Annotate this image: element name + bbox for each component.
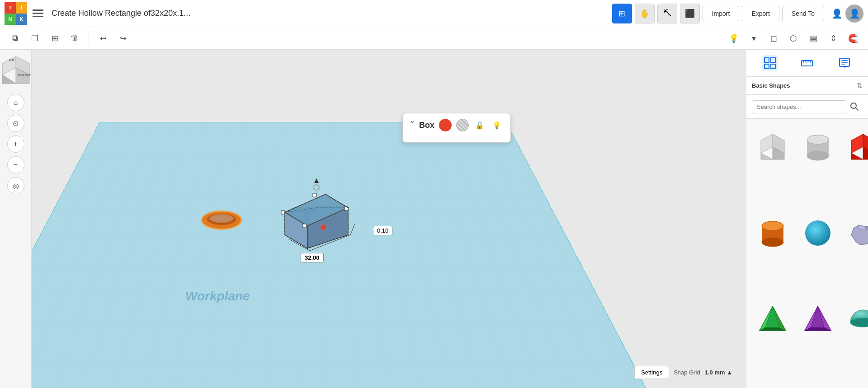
isometric-button[interactable]: ◎ bbox=[7, 177, 24, 194]
shape-preview-sphere bbox=[800, 215, 836, 251]
tinkercad-logo[interactable]: T I N K bbox=[5, 2, 27, 25]
shape-preview-cylinder-orange bbox=[755, 215, 791, 251]
box-title: Box bbox=[419, 121, 434, 130]
sphere-svg bbox=[802, 217, 834, 249]
grid-icon: ⊞ bbox=[618, 9, 625, 19]
grid-library-button[interactable] bbox=[762, 55, 778, 71]
canvas-area[interactable]: Workplane bbox=[32, 50, 746, 388]
lock-button[interactable]: 🔒 bbox=[473, 119, 486, 131]
lightbulb-icon: 💡 bbox=[729, 33, 739, 43]
svg-marker-22 bbox=[314, 178, 319, 183]
view-cube[interactable]: TOP FRONT bbox=[0, 54, 32, 86]
project-title: Create Hollow Rectangle of32x20x.1... bbox=[52, 9, 612, 18]
shape-preview-hands bbox=[845, 215, 868, 251]
select-shape-button[interactable]: ◻ bbox=[765, 30, 782, 47]
align-button[interactable]: ▤ bbox=[805, 30, 822, 47]
import-button[interactable]: Import bbox=[703, 6, 740, 21]
svg-marker-54 bbox=[851, 153, 863, 159]
top-bar: T I N K Create Hollow Rectangle of32x20x… bbox=[0, 0, 868, 27]
avatar-icon: 👤 bbox=[849, 8, 860, 19]
svg-rect-15 bbox=[313, 193, 316, 197]
mirror-button[interactable]: ⇕ bbox=[825, 30, 842, 47]
magnet-button[interactable]: 🧲 bbox=[844, 30, 862, 47]
view-cube-svg bbox=[0, 54, 32, 86]
svg-rect-28 bbox=[771, 58, 775, 62]
shape-item-sphere[interactable] bbox=[797, 212, 839, 295]
box-object[interactable] bbox=[271, 176, 362, 253]
workplane bbox=[32, 122, 648, 388]
svg-rect-27 bbox=[764, 64, 769, 69]
snap-grid-label: Snap Grid bbox=[674, 369, 700, 376]
logo-k: K bbox=[16, 14, 27, 25]
user-area[interactable]: 👤 👤 bbox=[831, 5, 863, 23]
ruler-library-button[interactable] bbox=[799, 55, 815, 71]
redo-button[interactable]: ↪ bbox=[114, 30, 132, 47]
avatar[interactable]: 👤 bbox=[845, 5, 863, 23]
chevron-down-icon[interactable]: ˅ bbox=[410, 120, 415, 131]
chevron-icon: ▾ bbox=[752, 33, 756, 43]
shape-item-box-white[interactable] bbox=[752, 126, 793, 209]
undo-button[interactable]: ↩ bbox=[94, 30, 112, 47]
app-menu-button[interactable] bbox=[33, 6, 47, 21]
main-area: TOP FRONT ⌂ ⊙ + − ◎ Workplane bbox=[0, 50, 868, 388]
svg-marker-46 bbox=[761, 153, 773, 159]
lightbulb-button[interactable]: 💡 bbox=[725, 30, 742, 47]
svg-marker-62 bbox=[866, 225, 868, 230]
shape-item-half-sphere[interactable] bbox=[842, 298, 868, 381]
shape-search-input[interactable] bbox=[752, 100, 846, 113]
delete-button[interactable]: 🗑 bbox=[66, 30, 83, 47]
zoom-out-button[interactable]: − bbox=[7, 156, 24, 173]
layers-button[interactable]: ⬛ bbox=[680, 4, 700, 23]
svg-rect-18 bbox=[281, 210, 285, 214]
fit-view-button[interactable]: ⊙ bbox=[7, 115, 24, 132]
group-button[interactable]: ⬡ bbox=[785, 30, 802, 47]
dimension-width-label: 32.00 bbox=[301, 253, 324, 262]
svg-point-58 bbox=[762, 221, 783, 230]
shape-item-box-red[interactable] bbox=[842, 126, 868, 209]
export-button[interactable]: Export bbox=[742, 6, 779, 21]
svg-rect-26 bbox=[764, 58, 769, 62]
note-library-icon bbox=[838, 57, 851, 70]
dropdown-button[interactable]: ▾ bbox=[745, 30, 762, 47]
duplicate-button[interactable]: ⊞ bbox=[46, 30, 63, 47]
home-view-button[interactable]: ⌂ bbox=[7, 94, 24, 111]
shape-library-dropdown-icon[interactable]: ⇅ bbox=[857, 81, 863, 90]
grid-view-button[interactable]: ⊞ bbox=[612, 4, 632, 23]
shape-library-header: Basic Shapes ⇅ bbox=[746, 77, 868, 95]
copy-button[interactable]: ⧉ bbox=[6, 30, 24, 47]
basic-shapes-label: Basic Shapes bbox=[752, 80, 790, 91]
box-svg bbox=[271, 176, 362, 253]
lightbulb-popup-button[interactable]: 💡 bbox=[491, 119, 503, 131]
shape-item-cylinder-orange[interactable] bbox=[752, 212, 793, 295]
grab-tool-button[interactable]: ✋ bbox=[635, 4, 655, 23]
align-icon: ▤ bbox=[810, 33, 817, 43]
search-button[interactable] bbox=[846, 98, 863, 115]
send-to-button[interactable]: Send To bbox=[782, 6, 824, 21]
hand-icon: ✋ bbox=[640, 9, 650, 19]
shape-item-hands[interactable] bbox=[842, 212, 868, 295]
zoom-in-button[interactable]: + bbox=[7, 136, 24, 153]
hole-color-swatch[interactable] bbox=[456, 119, 469, 131]
paste-icon: ❐ bbox=[31, 33, 38, 43]
shapes-grid bbox=[746, 119, 868, 388]
note-library-button[interactable] bbox=[836, 55, 853, 71]
solid-color-swatch[interactable] bbox=[439, 119, 452, 131]
snap-grid-value[interactable]: 1.0 mm ▲ bbox=[705, 369, 732, 376]
shape-item-pyramid-green[interactable] bbox=[752, 298, 793, 381]
undo-icon: ↩ bbox=[100, 33, 107, 43]
redo-icon: ↪ bbox=[120, 33, 127, 43]
paste-button[interactable]: ❐ bbox=[26, 30, 43, 47]
pick-tool-button[interactable]: ⛏ bbox=[657, 4, 677, 23]
svg-marker-3 bbox=[2, 75, 16, 84]
settings-bar: Settings Snap Grid 1.0 mm ▲ bbox=[634, 366, 732, 379]
trash-icon: 🗑 bbox=[71, 33, 79, 43]
ring-object[interactable] bbox=[199, 208, 244, 230]
top-right-tools: ⊞ ✋ ⛏ ⬛ Import Export Send To 👤 👤 bbox=[612, 4, 863, 23]
right-panel-top bbox=[746, 50, 868, 77]
settings-button[interactable]: Settings bbox=[634, 366, 669, 379]
svg-marker-45 bbox=[761, 134, 773, 153]
shape-item-pyramid-purple[interactable] bbox=[797, 298, 839, 381]
grid-library-icon bbox=[764, 57, 776, 70]
shape-item-cylinder-white[interactable] bbox=[797, 126, 839, 209]
copy-icon: ⧉ bbox=[12, 33, 18, 43]
